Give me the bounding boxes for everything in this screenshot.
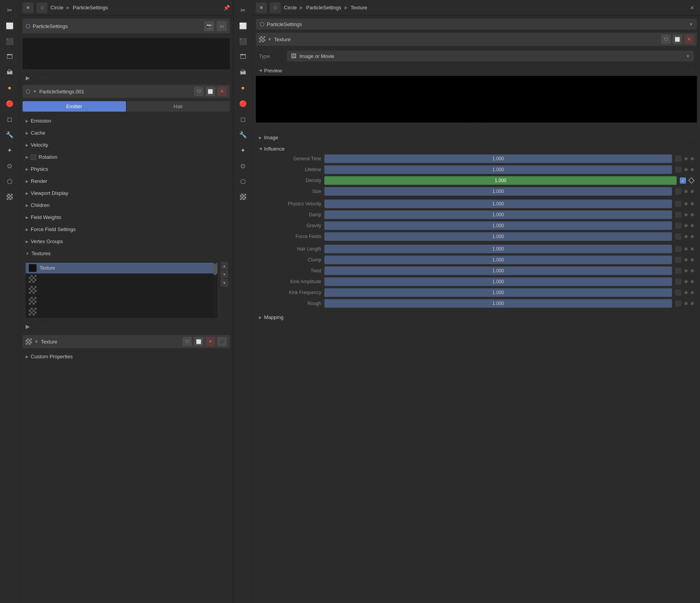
inf-field-lifetime[interactable]: 1.000 [324, 165, 672, 174]
right-sidebar-scene[interactable]: 🏔 [236, 65, 250, 79]
rotation-checkbox[interactable] [31, 154, 36, 160]
right-texture-shield-btn[interactable]: 🛡 [661, 35, 670, 44]
sidebar-icon-tools[interactable]: ✂ [3, 3, 17, 17]
inf-field-general-time[interactable]: 1.000 [324, 154, 672, 163]
inf-check-general-time[interactable] [675, 156, 681, 162]
right-texture-dropdown[interactable]: ▼ [268, 37, 272, 42]
texture-list-play[interactable]: ▶ [24, 322, 32, 331]
sidebar-icon-render[interactable]: ⬜ [3, 19, 17, 33]
inf-field-physics-vel[interactable]: 1.000 [324, 200, 672, 208]
right-sidebar-output[interactable]: ⬛ [236, 34, 250, 48]
texture-list-scrollbar[interactable] [214, 263, 217, 317]
ps-camera-btn[interactable]: 📷 [204, 21, 214, 31]
texture-item-2[interactable] [26, 284, 217, 295]
texture-item-0[interactable]: Texture [26, 263, 217, 273]
inf-check-gravity[interactable] [675, 223, 681, 229]
inf-field-clump[interactable]: 1.000 [324, 256, 672, 264]
inf-check-lifetime[interactable] [675, 167, 681, 173]
inf-check-twist[interactable] [675, 268, 681, 274]
right-sidebar-constraints[interactable]: ✦ [236, 143, 250, 157]
section-vertex-groups[interactable]: Vertex Groups ⋯ [23, 236, 230, 247]
bottom-texture-shield-btn[interactable]: 🛡 [182, 337, 192, 346]
texture-item-1[interactable] [26, 273, 217, 284]
image-section[interactable]: Image ⋯ [256, 132, 697, 143]
left-header-particle-icon[interactable]: ⬡ [37, 2, 47, 13]
ps001-datablock[interactable]: ⬡ ▼ ParticleSettings.001 🛡 ⬜ ✕ [23, 85, 230, 98]
tab-hair[interactable]: Hair [127, 101, 230, 112]
mapping-section[interactable]: Mapping ⋯ [256, 312, 697, 323]
inf-check-damp[interactable] [675, 212, 681, 218]
inf-check-kink-amp[interactable] [675, 279, 681, 285]
inf-check-hair-length[interactable] [675, 246, 681, 252]
play-button[interactable]: ▶ [24, 73, 32, 82]
influence-header[interactable]: ▶ Influence ⋯ [256, 144, 697, 153]
inf-check-density[interactable]: ✓ [680, 177, 686, 184]
sidebar-icon-physics[interactable]: 🔴 [3, 96, 17, 110]
right-sidebar-material[interactable]: ⬡ [236, 174, 250, 188]
sidebar-icon-particles[interactable]: ● [3, 81, 17, 95]
right-header-menu-icon[interactable]: ≡ [256, 2, 267, 13]
bottom-texture-close-btn[interactable]: ✕ [206, 337, 215, 346]
texture-scroll-down[interactable]: ▼ [220, 270, 228, 278]
type-selector[interactable]: 🖼 Image or Movie ▼ [287, 51, 694, 61]
right-sidebar-render[interactable]: ⬜ [236, 19, 250, 33]
inf-field-kink-freq[interactable]: 1.000 [324, 288, 672, 297]
bottom-texture-extra-btn[interactable]: ⬛ [217, 337, 227, 346]
right-sidebar-physics[interactable]: 🔴 [236, 96, 250, 110]
inf-field-size[interactable]: 1.000 [324, 187, 672, 196]
section-cache[interactable]: Cache ⋯ [23, 128, 230, 138]
sidebar-icon-modifier[interactable]: 🔧 [3, 128, 17, 142]
section-field-weights[interactable]: Field Weights ⋯ [23, 212, 230, 223]
inf-field-twist[interactable]: 1.000 [324, 266, 672, 275]
texture-scroll-up[interactable]: ▲ [220, 262, 228, 270]
right-ps-expand[interactable]: ▼ [689, 22, 693, 26]
right-sidebar-data[interactable]: ⊙ [236, 159, 250, 173]
section-viewport-display[interactable]: Viewport Display ⋯ [23, 188, 230, 198]
inf-check-kink-freq[interactable] [675, 289, 681, 296]
section-render[interactable]: Render ⋯ [23, 176, 230, 186]
ps-display-btn[interactable]: ▭ [217, 21, 227, 31]
section-children[interactable]: Children ⋯ [23, 200, 230, 210]
right-sidebar-view[interactable]: 🗔 [236, 50, 250, 64]
right-texture-block[interactable]: ▼ Texture 🛡 ⬜ ✕ [256, 33, 697, 46]
inf-field-kink-amp[interactable]: 1.000 [324, 277, 672, 286]
right-sidebar-texture[interactable] [236, 190, 250, 204]
inf-check-physics-vel[interactable] [675, 201, 681, 207]
right-sidebar-object[interactable]: ◻ [236, 112, 250, 126]
inf-check-clump[interactable] [675, 257, 681, 263]
left-header-menu-icon[interactable]: ≡ [23, 2, 33, 13]
section-rotation[interactable]: Rotation ⋯ [23, 152, 230, 162]
sidebar-icon-data[interactable]: ⊙ [3, 159, 17, 173]
texture-item-3[interactable] [26, 295, 217, 306]
bottom-texture-dropdown[interactable]: ▼ [34, 339, 38, 344]
texture-item-4[interactable] [26, 306, 217, 317]
inf-field-gravity[interactable]: 1.000 [324, 221, 672, 230]
inf-check-size[interactable] [675, 188, 681, 195]
sidebar-icon-object[interactable]: ◻ [3, 112, 17, 126]
ps001-dropdown[interactable]: ▼ [33, 89, 37, 94]
preview-header[interactable]: ▶ Preview ⋯ [256, 66, 697, 75]
section-force-field-settings[interactable]: Force Field Settings ⋯ [23, 224, 230, 235]
inf-field-force-fields[interactable]: 1.000 [324, 232, 672, 241]
sidebar-icon-texture[interactable] [3, 190, 17, 204]
right-texture-close-btn[interactable]: ✕ [684, 35, 694, 44]
left-pin-icon[interactable]: 📌 [223, 5, 230, 11]
right-sidebar-modifier[interactable]: 🔧 [236, 128, 250, 142]
right-close-btn[interactable]: ✕ [688, 3, 697, 12]
ps001-close-btn[interactable]: ✕ [217, 87, 227, 96]
sidebar-icon-material[interactable]: ⬡ [3, 174, 17, 188]
right-texture-copy-btn[interactable]: ⬜ [673, 35, 682, 44]
right-header-particle-icon[interactable]: ⬡ [270, 2, 281, 13]
sidebar-icon-output[interactable]: ⬛ [3, 34, 17, 48]
right-ps-block[interactable]: ⬡ ParticleSettings ▼ [256, 19, 697, 30]
textures-header[interactable]: Textures ⋯ [23, 248, 230, 259]
sidebar-icon-constraints[interactable]: ✦ [3, 143, 17, 157]
section-physics[interactable]: Physics ⋯ [23, 164, 230, 174]
inf-field-rough[interactable]: 1.000 [324, 299, 672, 308]
ps001-shield-btn[interactable]: 🛡 [194, 87, 203, 96]
sidebar-icon-scene[interactable]: 🏔 [3, 65, 17, 79]
section-velocity[interactable]: Velocity ⋯ [23, 140, 230, 150]
texture-scroll-collapse[interactable]: ▼ [220, 279, 228, 287]
custom-properties-section[interactable]: Custom Properties ⋯ [23, 351, 230, 362]
bottom-texture-datablock[interactable]: ▼ Texture 🛡 ⬜ ✕ ⬛ [23, 335, 230, 348]
